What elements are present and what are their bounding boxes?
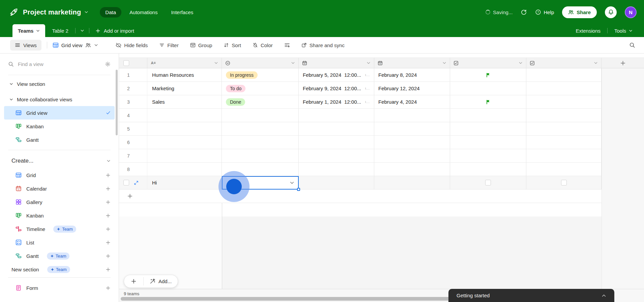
- filter-button[interactable]: Filter: [159, 42, 178, 48]
- flagged-checkbox[interactable]: [485, 180, 491, 186]
- add-row-button[interactable]: [119, 190, 602, 203]
- fill-handle[interactable]: [297, 188, 300, 191]
- cell-name[interactable]: Marketing: [147, 82, 222, 95]
- column-header-name[interactable]: A: [147, 58, 222, 68]
- find-view-input[interactable]: [18, 61, 101, 67]
- cell-flagged[interactable]: [450, 122, 526, 136]
- current-view-button[interactable]: Grid view: [53, 42, 98, 48]
- create-item-new-section[interactable]: New sectionTeam: [0, 263, 119, 276]
- expand-record-icon[interactable]: [134, 180, 139, 185]
- add-view-plus-icon[interactable]: [106, 186, 111, 191]
- cell-start-date[interactable]: February 9, 202412:00...I...: [299, 82, 374, 95]
- column-menu-chevron-icon[interactable]: [519, 61, 523, 65]
- search-icon[interactable]: [629, 42, 635, 48]
- share-button[interactable]: Share: [562, 6, 597, 18]
- column-header-flagged[interactable]: [450, 58, 526, 68]
- user-avatar[interactable]: N: [625, 6, 637, 18]
- cell-status[interactable]: To do: [222, 82, 299, 95]
- cell-description[interactable]: [526, 163, 602, 176]
- cell-status[interactable]: [222, 122, 299, 136]
- hide-fields-button[interactable]: Hide fields: [116, 42, 148, 48]
- cell-description[interactable]: [526, 95, 602, 109]
- add-with-ai-button[interactable]: Add...: [144, 275, 178, 288]
- cell-deadline[interactable]: [374, 136, 450, 149]
- nav-automations[interactable]: Automations: [124, 7, 163, 18]
- description-checkbox[interactable]: [561, 180, 567, 186]
- sidebar-section-view-section[interactable]: View section: [0, 77, 119, 91]
- cell-description[interactable]: [526, 149, 602, 163]
- create-item-calendar[interactable]: 31Calendar: [0, 182, 119, 195]
- cell-name[interactable]: [147, 122, 222, 136]
- add-row[interactable]: [119, 190, 644, 203]
- cell-deadline[interactable]: February 4, 2024: [374, 95, 450, 109]
- create-section-header[interactable]: Create...: [0, 154, 119, 168]
- column-header-description[interactable]: [526, 58, 602, 68]
- add-view-plus-icon[interactable]: [106, 254, 111, 259]
- share-and-sync-button[interactable]: Share and sync: [301, 42, 345, 48]
- cell-status-selected[interactable]: [222, 176, 299, 190]
- cell-status[interactable]: [222, 136, 299, 149]
- base-title[interactable]: Project marketing: [23, 8, 81, 16]
- cell-flagged[interactable]: [450, 176, 526, 190]
- cell-description[interactable]: [526, 176, 602, 190]
- cell-description[interactable]: [526, 82, 602, 95]
- create-item-form[interactable]: Form: [0, 281, 119, 295]
- cell-flagged[interactable]: [450, 109, 526, 122]
- cell-start-date[interactable]: February 1, 202412:00...I...: [299, 95, 374, 109]
- cell-status[interactable]: Done: [222, 95, 299, 109]
- create-item-grid[interactable]: Grid: [0, 168, 119, 182]
- cell-start-date[interactable]: February 5, 202412:00...I...: [299, 68, 374, 82]
- cell-name[interactable]: [147, 163, 222, 176]
- tab-teams[interactable]: Teams: [12, 24, 45, 37]
- group-button[interactable]: Group: [190, 42, 212, 48]
- cell-flagged[interactable]: [450, 82, 526, 95]
- sidebar-scrollbar[interactable]: [116, 70, 118, 135]
- cell-deadline[interactable]: February 12, 2024: [374, 82, 450, 95]
- table-row-4[interactable]: 4: [119, 109, 644, 122]
- add-view-plus-icon[interactable]: [106, 200, 111, 205]
- create-item-list[interactable]: List: [0, 236, 119, 249]
- sort-button[interactable]: Sort: [224, 42, 241, 48]
- column-header-status[interactable]: [222, 58, 299, 68]
- table-row-9[interactable]: Hi: [119, 176, 644, 190]
- cell-start-date[interactable]: [299, 163, 374, 176]
- cell-flagged[interactable]: [450, 149, 526, 163]
- cell-name[interactable]: [147, 136, 222, 149]
- add-view-plus-icon[interactable]: [106, 213, 111, 218]
- help-button[interactable]: ? Help: [535, 9, 554, 15]
- column-menu-chevron-icon[interactable]: [367, 61, 371, 65]
- tab-table-2[interactable]: Table 2: [45, 24, 75, 37]
- add-view-plus-icon[interactable]: [106, 227, 111, 232]
- create-item-gallery[interactable]: Gallery: [0, 195, 119, 209]
- cell-flagged[interactable]: [450, 136, 526, 149]
- cell-flagged[interactable]: [450, 95, 526, 109]
- sidebar-view-kanban[interactable]: Kanban: [4, 120, 115, 133]
- add-view-plus-icon[interactable]: [106, 173, 111, 178]
- create-item-timeline[interactable]: TimelineTeam: [0, 222, 119, 236]
- cell-start-date[interactable]: [299, 149, 374, 163]
- cell-description[interactable]: [526, 122, 602, 136]
- notifications-button[interactable]: [605, 6, 617, 18]
- column-header-start-date[interactable]: 31: [299, 58, 374, 68]
- tools-button[interactable]: Tools: [608, 24, 639, 37]
- cell-flagged[interactable]: [450, 68, 526, 82]
- row-height-button[interactable]: [284, 42, 290, 48]
- row-checkbox[interactable]: [123, 180, 129, 186]
- add-view-plus-icon[interactable]: [106, 286, 111, 291]
- cell-dropdown-chevron-icon[interactable]: [290, 180, 294, 185]
- cell-flagged[interactable]: [450, 163, 526, 176]
- table-row-2[interactable]: 2MarketingTo doFebruary 9, 202412:00...I…: [119, 82, 644, 95]
- table-row-5[interactable]: 5: [119, 122, 644, 136]
- cell-name[interactable]: Sales: [147, 95, 222, 109]
- sidebar-view-gantt[interactable]: Gantt: [4, 133, 115, 146]
- cell-deadline[interactable]: [374, 163, 450, 176]
- tables-dropdown-chevron-icon[interactable]: [76, 24, 89, 37]
- color-button[interactable]: Color: [253, 42, 273, 48]
- cell-status[interactable]: [222, 163, 299, 176]
- base-title-chevron-icon[interactable]: [84, 10, 88, 14]
- sidebar-section-more-collaborative-views[interactable]: More collaborative views: [0, 93, 119, 106]
- create-item-gantt[interactable]: GanttTeam: [0, 249, 119, 263]
- cell-description[interactable]: [526, 109, 602, 122]
- views-sidebar-toggle[interactable]: Views: [10, 40, 41, 51]
- cell-deadline[interactable]: [374, 122, 450, 136]
